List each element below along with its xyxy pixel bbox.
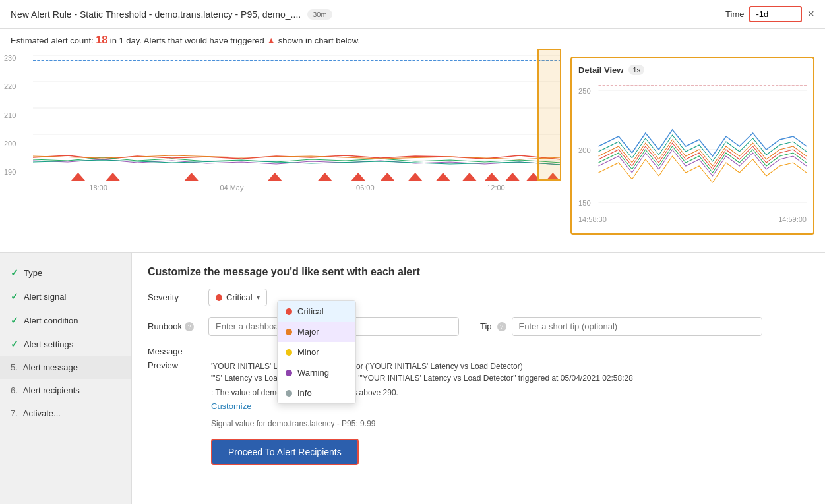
severity-dropdown[interactable]: Critical ▾ [208,289,267,306]
message-line-1: 'YOUR INITIALS' Latency vs Load Detector… [211,360,633,372]
dropdown-item-warning[interactable]: Warning [278,362,355,383]
sidebar: ✓ Type ✓ Alert signal ✓ Alert condition … [0,253,132,504]
detail-view-title: Detail View [578,65,623,75]
sidebar-item-alert-recipients[interactable]: 6. Alert recipients [0,379,131,402]
detail-view-x-axis: 14:58:30 14:59:00 [578,215,807,223]
severity-label: Severity [148,293,200,302]
runbook-label: Runbook ? [148,322,200,331]
svg-marker-9 [268,173,282,181]
svg-marker-14 [436,173,450,181]
proceed-button-wrapper: Proceed To Alert Recipients [211,428,809,465]
svg-text:150: 150 [578,199,591,207]
y-label-230: 230 [4,54,16,62]
message-preview-header: Message [148,347,809,356]
info-label: Info [297,388,312,398]
detail-chart-svg: 250 200 150 [578,80,807,212]
detail-view-box: Detail View 1s 250 200 150 14:58:30 [570,57,814,235]
chart-highlight-box [537,49,561,181]
detail-view-header: Detail View 1s [578,65,807,75]
alert-count-bar: Estimated alert count: 18 in 1 day. Aler… [11,34,360,46]
tip-label: Tip [480,322,492,331]
num-activate: 7. [11,408,18,418]
svg-marker-11 [351,173,365,181]
detail-x-start: 14:58:30 [578,215,607,223]
sidebar-label-settings: Alert settings [24,339,73,349]
alert-count-suffix: in 1 day. Alerts that would have trigger… [110,36,264,45]
runbook-row: Runbook ? Tip ? [148,317,809,336]
warning-label: Warning [297,368,329,378]
time-input[interactable] [749,6,802,22]
svg-marker-13 [408,173,422,181]
sidebar-label-type: Type [24,268,42,278]
preview-sublabel: Preview [148,360,200,399]
check-icon-settings: ✓ [11,339,18,349]
sidebar-item-type[interactable]: ✓ Type [0,261,131,285]
num-recipients: 6. [11,385,18,395]
time-badge: 30m [307,9,332,20]
y-label-210: 210 [4,111,16,119]
num-message: 5. [11,362,18,372]
tip-info-icon[interactable]: ? [497,322,506,331]
sidebar-label-message: Alert message [23,362,78,372]
svg-marker-12 [381,173,394,181]
chevron-down-icon: ▾ [257,294,260,301]
severity-dropdown-menu: Critical Major Minor Warning Info [277,300,356,404]
section-title: Customize the message you'd like sent wi… [148,266,809,278]
y-label-200: 200 [4,140,16,148]
svg-marker-10 [318,173,332,181]
message-preview-content: Preview 'YOUR INITIALS' Latency vs Load … [148,360,809,399]
svg-marker-15 [462,173,476,181]
svg-marker-6 [71,173,85,181]
severity-dot [216,294,222,301]
svg-marker-17 [506,173,520,181]
check-icon-type: ✓ [11,267,18,278]
x-label-06: 06:00 [356,184,375,192]
message-text-block: 'YOUR INITIALS' Latency vs Load Detector… [211,360,633,399]
sidebar-item-activate[interactable]: 7. Activate... [0,402,131,425]
warning-dot [286,370,292,376]
main-content: ✓ Type ✓ Alert signal ✓ Alert condition … [0,253,825,504]
sidebar-label-activate: Activate... [23,408,61,418]
check-icon-condition: ✓ [11,315,18,325]
alert-triangle-icon: ▲ [266,35,276,45]
chart-section: Estimated alert count: 18 in 1 day. Aler… [0,29,825,253]
detail-view-badge: 1s [628,65,644,75]
x-axis: 18:00 04 May 06:00 12:00 [33,184,561,192]
sidebar-item-alert-message[interactable]: 5. Alert message [0,356,131,379]
runbook-text: Runbook [148,322,182,331]
check-icon-signal: ✓ [11,291,18,302]
page-title: New Alert Rule - Static Threshold - demo… [11,9,301,20]
message-line-2: "'S' Latency vs Load Detector" in detect… [211,372,633,384]
proceed-button[interactable]: Proceed To Alert Recipients [211,439,359,465]
minor-label: Minor [297,347,319,357]
sidebar-item-alert-signal[interactable]: ✓ Alert signal [0,285,131,308]
dropdown-item-critical[interactable]: Critical [278,301,355,322]
critical-dot [286,308,292,315]
main-chart-svg [33,49,561,181]
y-axis: 230 220 210 200 190 [4,54,16,176]
x-label-18: 18:00 [89,184,107,192]
severity-selected: Critical [226,293,253,302]
svg-text:250: 250 [578,87,591,95]
sidebar-item-alert-settings[interactable]: ✓ Alert settings [0,332,131,356]
top-bar: New Alert Rule - Static Threshold - demo… [0,0,825,29]
alert-count-suffix2: shown in chart below. [278,36,360,45]
info-dot [286,390,292,397]
dropdown-item-minor[interactable]: Minor [278,342,355,362]
x-label-04may: 04 May [220,184,243,192]
major-dot [286,329,292,335]
sidebar-label-condition: Alert condition [24,316,78,325]
dropdown-item-major[interactable]: Major [278,322,355,342]
runbook-info-icon[interactable]: ? [185,322,194,331]
major-label: Major [297,327,319,337]
critical-label: Critical [297,306,324,316]
main-chart-area: 230 220 210 200 190 [33,49,561,200]
tip-input[interactable] [512,317,762,336]
close-button[interactable]: × [807,7,814,21]
alert-count-number: 18 [96,34,107,45]
time-label: Time [725,9,744,19]
sidebar-label-recipients: Alert recipients [23,385,80,395]
dropdown-item-info[interactable]: Info [278,383,355,403]
sidebar-item-alert-condition[interactable]: ✓ Alert condition [0,308,131,332]
message-preview-section: Message Preview 'YOUR INITIALS' Latency … [148,347,809,411]
